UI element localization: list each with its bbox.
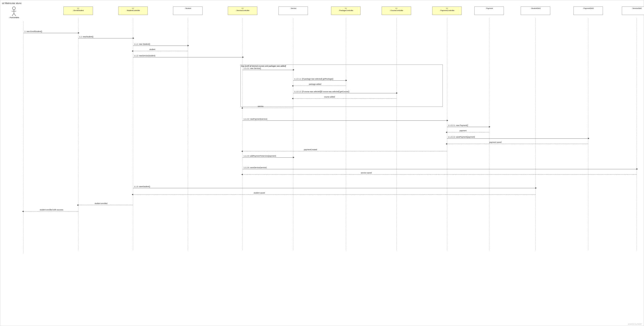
msg-label-15: payment saved xyxy=(489,141,502,143)
msg-line-3 xyxy=(133,51,188,51)
msg-line-19 xyxy=(242,174,636,175)
msg-label-5: 1.1.2.1: new Service() xyxy=(244,67,261,69)
msg-line-11 xyxy=(242,120,447,121)
lifeline-line-studentDAO xyxy=(536,18,536,250)
diagram-container: sd Matricular aluno powered by Astah* : … xyxy=(0,0,644,326)
msg-line-5 xyxy=(242,70,293,70)
msg-line-22 xyxy=(78,205,133,205)
msg-line-7 xyxy=(293,86,346,86)
msg-line-4 xyxy=(133,57,242,57)
msg-line-16 xyxy=(242,151,447,151)
lifeline-line-enrollStudent xyxy=(78,18,78,250)
lifeline-line-studentController xyxy=(133,18,133,250)
lifeline-box-serviceController: <>: ServiceController xyxy=(228,7,257,15)
lifeline-box-serviceDAO: : ServiceDAO xyxy=(622,7,644,15)
msg-label-4: 1.1.2: newService(student) xyxy=(134,55,155,57)
lifeline-box-studentDAO: : StudentDAO xyxy=(521,7,550,15)
msg-label-13: payment xyxy=(460,129,466,132)
msg-line-0 xyxy=(24,33,78,33)
actor-actor: : Funcionário xyxy=(9,7,19,19)
lifeline-line-serviceDAO xyxy=(636,18,637,250)
lifeline-box-service: : Service xyxy=(278,7,308,15)
lifeline-line-packageController xyxy=(346,18,346,250)
lifeline-box-enrollStudent: <>: EnrollStudent xyxy=(64,7,93,15)
diagram-title: sd Matricular aluno xyxy=(2,2,22,5)
lifeline-box-payment: : Payment xyxy=(474,7,504,15)
msg-label-0: 1: new EnrollStudent() xyxy=(24,30,42,33)
lifeline-box-studentController: <>: StudentController xyxy=(118,7,148,15)
msg-line-6 xyxy=(293,80,346,81)
msg-label-1: 1.1: newStudent() xyxy=(79,36,93,38)
msg-line-21 xyxy=(133,194,536,195)
svg-point-0 xyxy=(12,7,16,10)
lifeline-box-paymentDAO: : PaymentDAO xyxy=(574,7,603,15)
msg-label-8: 1.1.2.1.2: [if course was selected][if c… xyxy=(294,91,350,93)
msg-label-3: student xyxy=(150,48,155,50)
msg-line-12 xyxy=(447,127,489,127)
svg-line-3 xyxy=(12,13,14,16)
msg-label-12: 1.1.2.2.1: new Payment() xyxy=(448,124,468,126)
msg-label-19: service saved xyxy=(361,172,372,174)
msg-label-18: 1.1.2.4: saveService(service) xyxy=(244,167,267,169)
loop-label: loop [untill all desired courses and pac… xyxy=(241,65,286,67)
msg-label-7: package added xyxy=(309,83,321,85)
msg-line-18 xyxy=(242,169,636,169)
msg-label-14: 1.1.2.2.2: savePayment(payment) xyxy=(448,136,475,138)
msg-line-9 xyxy=(293,98,396,99)
msg-label-17: 1.1.2.3: addPaymentToService(payment) xyxy=(244,155,276,157)
svg-line-4 xyxy=(14,13,16,16)
lifeline-box-packageController: <>: PackageController xyxy=(331,7,360,15)
actor-label: : Funcionário xyxy=(9,17,19,19)
msg-label-6: 1.1.2.1.1: [if package was selected] get… xyxy=(294,78,334,80)
lifeline-line-payment xyxy=(489,18,489,250)
msg-label-22: student enrolled xyxy=(94,202,108,205)
lifeline-box-courseController: <>: CourseController xyxy=(382,7,411,15)
msg-label-10: service xyxy=(258,105,264,107)
msg-line-14 xyxy=(447,138,588,139)
lifeline-box-student: : Student xyxy=(173,7,202,15)
msg-line-17 xyxy=(242,157,293,158)
msg-line-2 xyxy=(133,46,188,46)
lifeline-line-paymentController xyxy=(447,18,447,250)
msg-label-16: paymentCreated xyxy=(304,148,317,151)
msg-label-2: 1.1.1: new Student() xyxy=(134,43,150,45)
msg-label-9: course added xyxy=(324,96,335,98)
lifeline-box-paymentController: <>: PaymentController xyxy=(432,7,462,15)
watermark: powered by Astah* xyxy=(628,323,642,325)
msg-label-23: student enrolled with success xyxy=(40,209,63,211)
msg-line-20 xyxy=(133,188,536,188)
lifeline-line-serviceController xyxy=(242,18,243,250)
lifeline-line-student xyxy=(188,18,188,250)
msg-line-15 xyxy=(447,144,588,144)
msg-label-21: student saved xyxy=(254,192,265,194)
msg-label-11: 1.1.2.2: newPayment(service) xyxy=(244,118,267,120)
msg-label-20: 1.1.3: saveStudent() xyxy=(134,186,150,188)
